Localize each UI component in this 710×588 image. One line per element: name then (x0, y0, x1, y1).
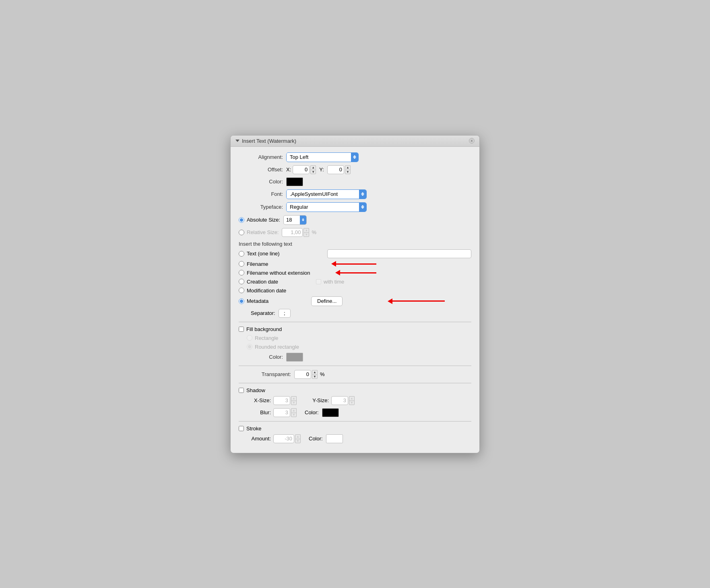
offset-x-input[interactable]: 0 (293, 165, 310, 174)
blur-color-row: Blur: ▲ ▼ Color: (247, 408, 471, 417)
relative-size-label: Relative Size: (247, 229, 279, 235)
offset-label: Offset: (239, 167, 283, 173)
absolute-size-radio[interactable] (239, 217, 244, 223)
stroke-amount-row: Amount: ▲ ▼ Color: (247, 434, 471, 443)
title-text: Insert Text (Watermark) (242, 138, 296, 144)
alignment-row: Alignment: Top Left (239, 152, 471, 162)
text-one-line-radio[interactable] (239, 251, 244, 257)
y-size-spinner: ▲ ▼ (331, 396, 355, 405)
font-row: Font: .AppleSystemUIFont (239, 189, 471, 199)
absolute-size-select[interactable]: 18 (283, 215, 307, 225)
relative-size-input (282, 228, 303, 237)
color-swatch[interactable] (286, 177, 303, 186)
stroke-color-swatch[interactable] (326, 434, 343, 443)
text-one-line-input[interactable] (327, 249, 471, 258)
divider-1 (239, 322, 471, 322)
filename-radio[interactable] (239, 261, 244, 267)
transparent-up-arrow[interactable]: ▲ (312, 370, 318, 374)
offset-row: Offset: X: 0 ▲ ▼ Y: 0 ▲ ▼ (239, 165, 471, 174)
stroke-checkbox[interactable] (239, 426, 244, 431)
relative-size-spinner: ▲ ▼ (282, 228, 309, 237)
shadow-row: Shadow (239, 387, 471, 393)
size-chevron-icon (300, 216, 306, 224)
close-button[interactable]: × (469, 138, 475, 144)
absolute-size-label: Absolute Size: (247, 217, 280, 223)
modification-date-label: Modification date (247, 288, 286, 294)
divider-2 (239, 366, 471, 366)
shadow-label: Shadow (246, 387, 265, 393)
fill-background-checkbox[interactable] (239, 327, 244, 332)
transparent-down-arrow[interactable]: ▼ (312, 374, 318, 379)
metadata-row: Metadata Define... (239, 296, 471, 306)
with-time-checkbox (316, 279, 321, 284)
filename-no-ext-radio[interactable] (239, 270, 244, 275)
define-button[interactable]: Define... (311, 296, 343, 306)
typeface-chevron-down-icon (361, 207, 364, 209)
offset-y-up-arrow[interactable]: ▲ (345, 165, 351, 170)
creation-date-row: Creation date with time (239, 279, 471, 285)
separator-row: Separator: (251, 309, 471, 318)
define-arrow (388, 298, 445, 304)
blur-spinner: ▲ ▼ (273, 408, 297, 417)
x-size-spinner: ▲ ▼ (273, 396, 297, 405)
transparent-input[interactable] (294, 370, 311, 379)
offset-y-label: Y: (319, 167, 324, 173)
absolute-size-value: 18 (284, 216, 300, 224)
color-row: Color: (239, 177, 471, 186)
x-size-input (273, 396, 290, 405)
shadow-checkbox[interactable] (239, 388, 244, 393)
fill-background-row: Fill background (239, 326, 471, 332)
y-size-down-arrow: ▼ (349, 401, 355, 405)
rectangle-label: Rectangle (255, 335, 279, 341)
form-content: Alignment: Top Left Offset: X: 0 ▲ ▼ Y: (231, 147, 479, 453)
divider-3 (239, 383, 471, 383)
xy-size-row: X-Size: ▲ ▼ Y-Size: ▲ ▼ (247, 396, 471, 405)
metadata-radio[interactable] (239, 298, 244, 304)
offset-x-up-arrow[interactable]: ▲ (310, 165, 316, 170)
collapse-triangle-icon (235, 140, 239, 142)
size-up-icon (302, 218, 304, 220)
offset-x-spinner: 0 ▲ ▼ (293, 165, 316, 174)
amount-up-arrow: ▲ (295, 434, 301, 439)
font-select[interactable]: .AppleSystemUIFont (286, 189, 367, 199)
filename-arrow-head-icon (331, 261, 336, 267)
filename-no-ext-row: Filename without extension (239, 270, 471, 276)
blur-up-arrow: ▲ (291, 408, 297, 413)
metadata-label: Metadata (247, 298, 311, 304)
creation-date-radio[interactable] (239, 279, 244, 284)
define-arrow-line-icon (392, 300, 445, 302)
fill-color-swatch[interactable] (286, 353, 303, 362)
typeface-chevron-icon (359, 203, 366, 212)
offset-y-input[interactable]: 0 (327, 165, 344, 174)
font-value: .AppleSystemUIFont (287, 190, 359, 198)
filename-no-ext-arrow-line-icon (340, 272, 376, 273)
offset-y-arrows: ▲ ▼ (345, 165, 351, 174)
offset-y-down-arrow[interactable]: ▼ (345, 170, 351, 174)
transparent-row: Transparent: ▲ ▼ % (239, 370, 471, 379)
x-size-arrows: ▲ ▼ (291, 396, 297, 405)
titlebar: Insert Text (Watermark) × (231, 136, 479, 147)
amount-spinner: ▲ ▼ (273, 434, 301, 443)
filename-no-ext-arrow-head-icon (335, 270, 340, 275)
chevron-down-icon (353, 157, 356, 159)
stroke-row: Stroke (239, 426, 471, 432)
typeface-select[interactable]: Regular (286, 202, 367, 212)
alignment-select[interactable]: Top Left (286, 152, 359, 162)
fill-color-row: Color: (239, 353, 471, 362)
blur-down-arrow: ▼ (291, 413, 297, 417)
y-size-label: Y-Size: (305, 397, 329, 403)
fill-color-label: Color: (239, 354, 283, 360)
shadow-color-swatch[interactable] (322, 408, 339, 417)
relative-size-up-arrow: ▲ (303, 228, 309, 232)
x-size-label: X-Size: (247, 397, 271, 403)
modification-date-radio[interactable] (239, 288, 244, 293)
y-size-up-arrow: ▲ (349, 396, 355, 401)
shadow-color-label: Color: (305, 409, 319, 415)
offset-x-down-arrow[interactable]: ▼ (310, 170, 316, 174)
stroke-label: Stroke (246, 426, 262, 432)
relative-size-down-arrow: ▼ (303, 232, 309, 237)
relative-size-row: Relative Size: ▲ ▼ % (239, 228, 471, 237)
relative-size-radio[interactable] (239, 230, 244, 235)
separator-input[interactable] (279, 309, 291, 318)
x-size-up-arrow: ▲ (291, 396, 297, 401)
